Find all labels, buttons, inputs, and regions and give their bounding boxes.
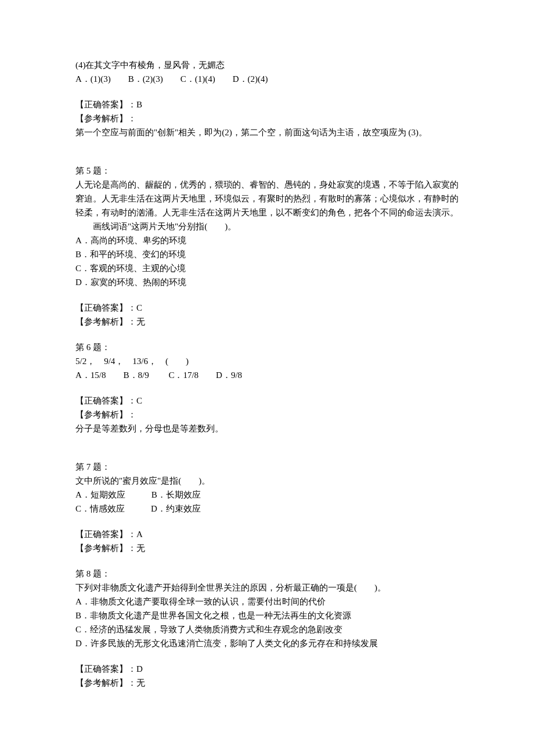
- q7-explain: 【参考解析】：无: [75, 541, 459, 555]
- q6-stem: 5/2， 9/4， 13/6， ( ): [75, 354, 459, 368]
- q8-option-d: D．许多民族的无形文化迅速消亡流变，影响了人类文化的多元存在和持续发展: [75, 636, 459, 650]
- q7-stem: 文中所说的"蜜月效应"是指( )。: [75, 474, 459, 488]
- q5-question: 画线词语"这两片天地"分别指( )。: [75, 219, 459, 233]
- q6-explain-text: 分子是等差数列，分母也是等差数列。: [75, 422, 459, 435]
- q5-paragraph: 人无论是高尚的、龌龊的，优秀的，猥琐的、睿智的、愚钝的，身处寂寞的境遇，不等于陷…: [75, 178, 459, 219]
- q7-options-line1: A．短期效应 B．长期效应: [75, 488, 459, 502]
- q5-answer: 【正确答案】：C: [75, 301, 459, 315]
- q6-title: 第 6 题：: [75, 340, 459, 354]
- q7-options-line2: C．情感效应 D．约束效应: [75, 502, 459, 516]
- q5-option-d: D．寂寞的环境、热闹的环境: [75, 275, 459, 289]
- q6-answer: 【正确答案】：C: [75, 394, 459, 408]
- q4-options: A．(1)(3) B．(2)(3) C．(1)(4) D．(2)(4): [75, 72, 459, 86]
- q5-explain: 【参考解析】：无: [75, 315, 459, 329]
- q8-explain: 【参考解析】：无: [75, 676, 459, 690]
- q8-stem: 下列对非物质文化遗产开始得到全世界关注的原因，分析最正确的一项是( )。: [75, 581, 459, 595]
- q5-option-c: C．客观的环境、主观的心境: [75, 261, 459, 275]
- q5-option-b: B．和平的环境、变幻的环境: [75, 247, 459, 261]
- q7-title: 第 7 题：: [75, 460, 459, 474]
- q8-option-a: A．非物质文化遗产要取得全球一致的认识，需要付出时间的代价: [75, 595, 459, 609]
- q8-option-b: B．非物质文化遗产是世界各国文化之根，也是一种无法再生的文化资源: [75, 609, 459, 622]
- q4-answer: 【正确答案】：B: [75, 98, 459, 111]
- q6-options: A．15/8 B．8/9 C．17/8 D．9/8: [75, 368, 459, 382]
- document-page: (4)在其文字中有棱角，显风骨，无媚态 A．(1)(3) B．(2)(3) C．…: [0, 0, 534, 725]
- q4-stem-line4: (4)在其文字中有棱角，显风骨，无媚态: [75, 58, 459, 72]
- q4-explain-text: 第一个空应与前面的"创新"相关，即为(2)，第二个空，前面这句话为主语，故空项应…: [75, 125, 459, 139]
- q7-answer: 【正确答案】：A: [75, 527, 459, 541]
- q8-title: 第 8 题：: [75, 567, 459, 581]
- q8-answer: 【正确答案】：D: [75, 662, 459, 676]
- q5-title: 第 5 题：: [75, 164, 459, 178]
- q8-option-c: C．经济的迅猛发展，导致了人类物质消费方式和生存观念的急剧改变: [75, 622, 459, 636]
- q6-explain-label: 【参考解析】：: [75, 408, 459, 422]
- q4-explain-label: 【参考解析】：: [75, 111, 459, 125]
- q5-option-a: A．高尚的环境、卑劣的环境: [75, 233, 459, 247]
